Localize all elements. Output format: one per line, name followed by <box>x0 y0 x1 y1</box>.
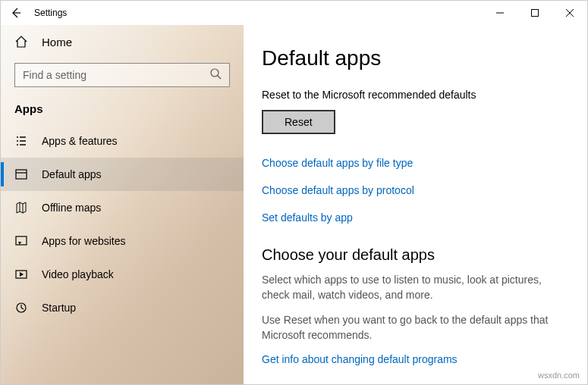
minimize-icon <box>496 9 504 17</box>
default-apps-icon <box>14 167 28 181</box>
minimize-button[interactable] <box>483 1 517 25</box>
websites-icon <box>14 234 28 248</box>
sidebar-item-apps-for-websites[interactable]: Apps for websites <box>1 224 244 258</box>
sidebar-item-apps-features[interactable]: Apps & features <box>1 124 244 158</box>
startup-icon <box>14 301 28 315</box>
maximize-icon <box>531 9 539 17</box>
svg-rect-2 <box>16 170 27 179</box>
close-button[interactable] <box>552 1 587 25</box>
list-icon <box>14 134 28 148</box>
choose-body-2: Use Reset when you want to go back to th… <box>262 313 569 343</box>
link-protocol[interactable]: Choose default apps by protocol <box>262 184 569 196</box>
sidebar-home[interactable]: Home <box>1 25 244 58</box>
sidebar-item-default-apps[interactable]: Default apps <box>1 158 244 191</box>
search-input[interactable] <box>23 69 209 81</box>
back-arrow-icon <box>10 7 22 19</box>
sidebar-item-offline-maps[interactable]: Offline maps <box>1 191 244 224</box>
title-bar: Settings <box>1 1 587 25</box>
sidebar-item-label: Video playback <box>42 268 114 280</box>
search-box[interactable] <box>14 63 230 87</box>
sidebar-item-label: Startup <box>42 302 76 314</box>
reset-heading: Reset to the Microsoft recommended defau… <box>262 89 569 101</box>
window-title: Settings <box>34 8 67 18</box>
link-by-app[interactable]: Set defaults by app <box>262 211 569 224</box>
sidebar-item-label: Offline maps <box>42 202 101 214</box>
sidebar-item-video-playback[interactable]: Video playback <box>1 258 244 291</box>
sidebar-item-startup[interactable]: Startup <box>1 291 244 324</box>
watermark: wsxdn.com <box>538 371 580 380</box>
reset-button[interactable]: Reset <box>262 110 335 134</box>
video-icon <box>14 268 28 281</box>
home-icon <box>14 35 28 49</box>
search-icon <box>209 67 222 83</box>
content-pane: Default apps Reset to the Microsoft reco… <box>244 25 587 384</box>
link-info[interactable]: Get info about changing default programs <box>262 353 569 365</box>
sidebar-section-header: Apps <box>1 87 244 124</box>
sidebar-item-label: Apps & features <box>42 135 118 147</box>
choose-section-title: Choose your default apps <box>262 246 569 264</box>
back-button[interactable] <box>1 1 31 25</box>
choose-body-1: Select which apps to use to listen to mu… <box>262 273 569 302</box>
maximize-button[interactable] <box>517 1 552 25</box>
map-icon <box>14 201 28 214</box>
link-file-type[interactable]: Choose default apps by file type <box>262 157 569 169</box>
svg-rect-3 <box>16 236 27 245</box>
window-controls <box>483 1 587 25</box>
home-label: Home <box>42 36 72 49</box>
sidebar-item-label: Default apps <box>42 168 102 180</box>
sidebar-item-label: Apps for websites <box>42 235 126 247</box>
svg-rect-0 <box>532 10 539 17</box>
svg-point-1 <box>211 69 219 77</box>
sidebar: Home Apps Apps & features Default apps <box>1 25 244 384</box>
close-icon <box>566 9 574 17</box>
page-title: Default apps <box>262 46 569 70</box>
